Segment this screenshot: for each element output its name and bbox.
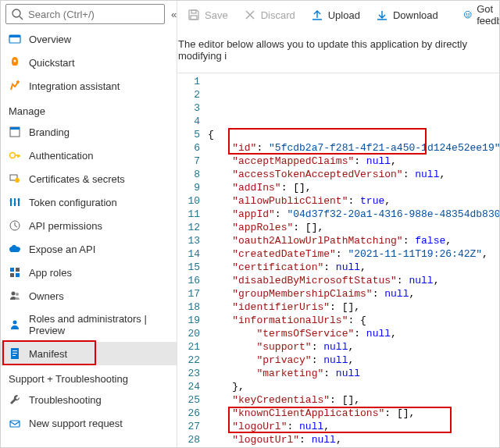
sidebar-item-label: Branding: [29, 126, 70, 138]
app-roles-icon: [9, 266, 21, 279]
sidebar-item-label: Integration assistant: [29, 80, 120, 92]
sidebar-item-integration-assistant[interactable]: Integration assistant: [1, 74, 177, 98]
svg-rect-17: [16, 273, 20, 277]
sidebar: « Overview Quickstart Integration assist…: [1, 1, 177, 447]
svg-rect-15: [16, 268, 20, 272]
sidebar-item-troubleshooting[interactable]: Troubleshooting: [1, 388, 177, 411]
svg-rect-26: [191, 10, 196, 13]
svg-point-18: [12, 292, 16, 296]
toolbar-label: Download: [393, 9, 438, 21]
svg-point-10: [10, 200, 12, 202]
sidebar-item-authentication[interactable]: Authentication: [1, 144, 177, 167]
token-config-icon: [9, 196, 21, 208]
svg-point-7: [10, 153, 16, 158]
search-row: «: [1, 1, 177, 27]
sidebar-item-label: Expose an API: [29, 244, 95, 255]
sidebar-item-label: Token configuration: [29, 197, 117, 208]
sidebar-item-label: App roles: [29, 267, 72, 279]
download-button[interactable]: Download: [370, 5, 445, 24]
feedback-icon: [463, 9, 472, 21]
save-icon: [188, 9, 200, 21]
troubleshooting-icon: [9, 393, 21, 406]
overview-icon: [9, 33, 21, 45]
highlight-annotation: [2, 340, 96, 365]
feedback-button[interactable]: Got feedbac: [457, 0, 500, 30]
upload-button[interactable]: Upload: [305, 5, 366, 24]
toolbar-label: Got feedbac: [477, 3, 500, 27]
svg-point-9: [15, 178, 20, 183]
code-area[interactable]: { "id": "5fcdb2a7-f281-4f21-a450-1d124e5…: [208, 73, 499, 448]
sidebar-item-label: Certificates & secrets: [29, 173, 125, 185]
sidebar-item-certificates-secrets[interactable]: Certificates & secrets: [1, 167, 177, 190]
svg-point-28: [464, 12, 471, 19]
svg-point-30: [468, 14, 469, 15]
sidebar-item-token-configuration[interactable]: Token configuration: [1, 190, 177, 214]
discard-icon: [244, 9, 256, 21]
sidebar-item-label: API permissions: [29, 220, 102, 232]
sidebar-item-label: Roles and administrators | Preview: [29, 313, 169, 336]
upload-icon: [311, 9, 323, 21]
sidebar-item-label: Owners: [29, 290, 64, 302]
owners-icon: [9, 290, 21, 302]
section-header-manage: Manage: [1, 98, 177, 120]
branding-icon: [9, 126, 21, 138]
svg-point-4: [13, 59, 16, 62]
line-number-gutter: 1234567891011121314151617181920212223242…: [178, 73, 208, 448]
svg-point-29: [466, 14, 467, 15]
sidebar-item-api-permissions[interactable]: API permissions: [1, 214, 177, 237]
svg-point-11: [14, 203, 16, 205]
sidebar-item-label: Quickstart: [29, 57, 75, 69]
save-button[interactable]: Save: [181, 5, 234, 24]
svg-point-19: [16, 293, 19, 296]
svg-rect-14: [10, 268, 14, 272]
svg-point-20: [13, 321, 17, 325]
svg-rect-27: [191, 16, 197, 20]
support-request-icon: [9, 417, 21, 429]
sidebar-item-quickstart[interactable]: Quickstart: [1, 51, 177, 74]
section-header-support: Support + Troubleshooting: [1, 365, 177, 388]
toolbar-label: Upload: [328, 9, 360, 21]
discard-button[interactable]: Discard: [238, 5, 302, 24]
svg-point-12: [18, 199, 20, 201]
sidebar-item-label: Overview: [29, 34, 71, 45]
toolbar: Save Discard Upload Download Got feedbac: [178, 1, 499, 29]
editor-description: The editor below allows you to update th…: [178, 29, 499, 73]
expose-api-icon: [9, 243, 21, 255]
svg-point-0: [12, 9, 20, 17]
sidebar-item-label: Troubleshooting: [29, 394, 102, 406]
certificates-icon: [9, 172, 21, 185]
sidebar-item-label: New support request: [29, 418, 123, 429]
search-input-wrap[interactable]: [5, 4, 165, 24]
svg-rect-25: [10, 421, 20, 427]
svg-rect-3: [9, 35, 20, 37]
sidebar-item-overview[interactable]: Overview: [1, 27, 177, 51]
search-icon: [11, 8, 23, 20]
sidebar-item-app-roles[interactable]: App roles: [1, 261, 177, 284]
sidebar-item-label: Authentication: [29, 150, 93, 162]
svg-rect-6: [10, 127, 20, 130]
sidebar-item-branding[interactable]: Branding: [1, 120, 177, 144]
integration-assistant-icon: [9, 80, 21, 92]
toolbar-label: Save: [205, 9, 228, 21]
main-panel: Save Discard Upload Download Got feedbac…: [178, 1, 499, 447]
sidebar-item-owners[interactable]: Owners: [1, 284, 177, 308]
authentication-icon: [9, 149, 21, 162]
search-input[interactable]: [28, 9, 159, 20]
download-icon: [376, 9, 388, 21]
quickstart-icon: [9, 56, 21, 69]
svg-line-1: [20, 16, 23, 20]
toolbar-label: Discard: [261, 9, 295, 21]
roles-admins-icon: [9, 318, 21, 331]
sidebar-item-roles-administrators[interactable]: Roles and administrators | Preview: [1, 308, 177, 342]
svg-rect-16: [10, 273, 14, 277]
sidebar-item-manifest[interactable]: Manifest: [1, 342, 177, 365]
api-permissions-icon: [9, 219, 21, 232]
sidebar-item-new-support-request[interactable]: New support request: [1, 411, 177, 435]
json-editor[interactable]: 1234567891011121314151617181920212223242…: [178, 73, 499, 448]
sidebar-item-expose-api[interactable]: Expose an API: [1, 237, 177, 261]
